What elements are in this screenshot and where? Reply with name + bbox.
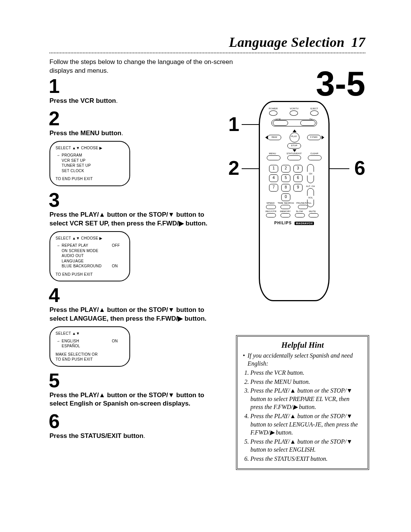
- page-title: Language Selection: [229, 35, 345, 50]
- volume-rocker[interactable]: VOL: [307, 188, 314, 207]
- steps-range-callout: 3-5: [316, 67, 365, 101]
- label-status: STATUS/EXIT: [284, 152, 304, 155]
- tv-button[interactable]: [300, 120, 315, 126]
- label-mute: MUTE: [307, 210, 318, 212]
- step-rest: .: [143, 432, 145, 439]
- label-menu: MENU: [267, 152, 278, 155]
- step-1: 1 Press the VCR button.: [49, 76, 221, 105]
- eject-button[interactable]: [310, 110, 319, 116]
- step-rest: .: [121, 129, 123, 137]
- osd-value: ON: [112, 339, 124, 344]
- num-2-button[interactable]: 2: [281, 165, 290, 173]
- osd-label: VCR SET UP: [56, 158, 124, 163]
- helpful-hint-box: Helpful Hint • If you accidentally selec…: [236, 335, 369, 470]
- page-title-row: Language Selection 17: [49, 34, 365, 50]
- num-8-button[interactable]: 8: [281, 184, 290, 192]
- num-0-button[interactable]: 0: [281, 193, 290, 201]
- step-bold: Press the PLAY/▲ button or the STOP/▼ bu…: [49, 306, 207, 322]
- vcrtv-button[interactable]: [290, 110, 298, 116]
- speed-button[interactable]: [266, 205, 276, 209]
- hint-title: Helpful Hint: [243, 340, 362, 350]
- step-text: Press the STATUS/EXIT button.: [49, 432, 221, 441]
- menu-button[interactable]: [267, 155, 280, 160]
- brand-name: PHILIPS: [274, 221, 292, 225]
- triangle-up-icon: [293, 129, 296, 132]
- memory-button[interactable]: [280, 213, 290, 217]
- osd-header: SELECT ▲▼ CHOOSE ▶: [56, 145, 124, 151]
- label-tv: TV: [307, 118, 315, 120]
- leader-line: [242, 168, 261, 169]
- step-text: Press the PLAY/▲ button or the STOP/▼ bu…: [49, 391, 221, 409]
- step-6: 6 Press the STATUS/EXIT button.: [49, 411, 221, 441]
- triangle-down-icon: [293, 149, 296, 152]
- status-exit-button[interactable]: [287, 155, 301, 160]
- label-vcrtv: VCR/TV: [287, 107, 301, 110]
- hint-step: Press the VCR button.: [250, 369, 362, 377]
- columns: 1 Press the VCR button. 2 Press the MENU…: [49, 76, 365, 444]
- label-memory: MEMORY: [279, 210, 292, 212]
- num-5-button[interactable]: 5: [281, 174, 290, 182]
- step-text: Press the PLAY/▲ button or the STOP/▼ bu…: [49, 306, 221, 323]
- label-vol: VOL: [306, 196, 315, 200]
- osd-language: SELECT ▲▼ →ENGLISHON ESPAÑOL MAKE SELECT…: [49, 326, 130, 367]
- label-altch: ALT. CH: [305, 185, 316, 187]
- osd-footer-2: TO END PUSH EXIT: [56, 357, 124, 362]
- remote-illustration: POWER VCR/TV EJECT VCR TV PLAY: [259, 101, 327, 301]
- osd-footer: TO END PUSH EXIT: [56, 272, 124, 277]
- osd-arrow: →: [56, 339, 62, 344]
- label-speed: SPEED: [265, 202, 276, 204]
- osd-label: SET CLOCK: [56, 168, 124, 174]
- osd-label: LANGUAGE: [56, 259, 124, 264]
- hint-step: Press the PLAY/▲ button or the STOP/▼ bu…: [250, 387, 362, 411]
- step-number: 3: [49, 190, 221, 210]
- label-pause: PAUSE/STILL: [296, 202, 312, 204]
- step-number: 1: [49, 76, 221, 96]
- hint-lead-text: If you accidentally select Spanish and n…: [248, 351, 362, 368]
- step-3: 3 Press the PLAY/▲ button or the STOP/▼ …: [49, 190, 221, 281]
- step-bold: Press the PLAY/▲ button or the STOP/▼ bu…: [49, 391, 204, 407]
- osd-label: ENGLISH: [62, 339, 112, 344]
- osd-label: PROGRAM: [62, 153, 124, 158]
- num-9-button[interactable]: 9: [293, 184, 303, 192]
- num-4-button[interactable]: 4: [269, 174, 278, 182]
- pause-still-button[interactable]: [298, 205, 308, 209]
- channel-rocker[interactable]: CH: [307, 164, 314, 183]
- rec-otr-button[interactable]: [266, 213, 276, 217]
- num-3-button[interactable]: 3: [293, 165, 303, 173]
- clear-button[interactable]: [308, 155, 322, 160]
- hint-lead: • If you accidentally select Spanish and…: [243, 351, 362, 368]
- page-number: 17: [351, 35, 365, 50]
- osd-label: REPEAT PLAY: [62, 243, 112, 248]
- osd-rows: →REPEAT PLAYOFF ON SCREEN MODE AUDIO OUT…: [56, 243, 124, 269]
- osd-label: BLUE BACKGROUND: [56, 264, 112, 269]
- intro-text: Follow the steps below to change the lan…: [49, 58, 247, 75]
- osd-main-menu: SELECT ▲▼ CHOOSE ▶ →PROGRAM VCR SET UP T…: [49, 141, 130, 186]
- step-text: Press the PLAY/▲ button or the STOP/▼ bu…: [49, 211, 221, 228]
- power-button[interactable]: [269, 110, 277, 116]
- step-bold: Press the VCR button: [49, 97, 116, 104]
- step-number: 6: [49, 411, 221, 431]
- osd-arrow: →: [56, 153, 62, 158]
- step-bold: Press the MENU button: [49, 129, 121, 137]
- play-button[interactable]: [290, 133, 299, 142]
- num-7-button[interactable]: 7: [269, 184, 278, 192]
- num-1-button[interactable]: 1: [269, 165, 278, 173]
- osd-label: ON SCREEN MODE: [56, 248, 124, 254]
- slow-button[interactable]: [295, 213, 305, 217]
- step-text: Press the MENU button.: [49, 129, 221, 138]
- num-6-button[interactable]: 6: [293, 174, 303, 182]
- steps-column: 1 Press the VCR button. 2 Press the MENU…: [49, 76, 221, 444]
- label-rew: REW: [269, 136, 280, 138]
- vcr-button[interactable]: [273, 120, 288, 126]
- label-eject: EJECT: [309, 107, 320, 110]
- osd-footer: TO END PUSH EXIT: [56, 176, 124, 182]
- callout-6: 6: [354, 158, 365, 178]
- triangle-right-icon: [322, 136, 324, 139]
- mute-button[interactable]: [309, 213, 319, 217]
- bullet-icon: •: [243, 351, 248, 368]
- divider-dots: [49, 53, 365, 53]
- label-slow: SLOW: [294, 210, 305, 212]
- time-search-button[interactable]: [280, 205, 290, 209]
- step-text: Press the VCR button.: [49, 97, 221, 105]
- label-time: TIME SEARCH: [277, 202, 294, 204]
